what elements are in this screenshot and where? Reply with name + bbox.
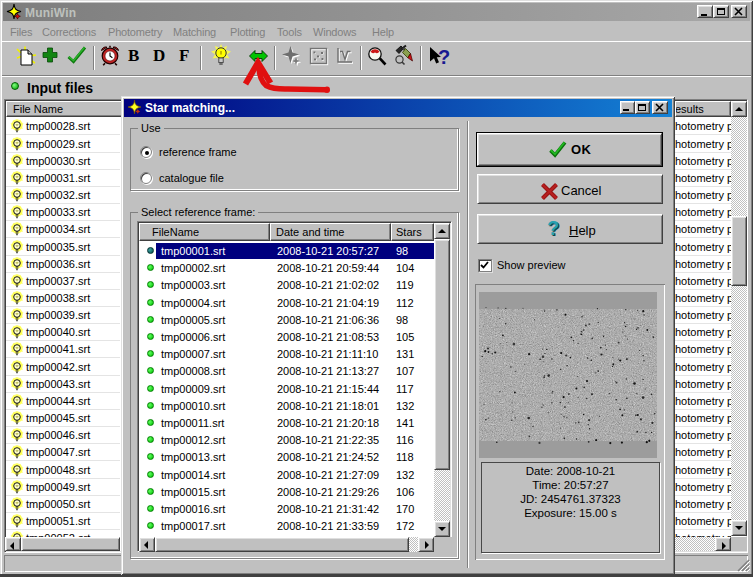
svg-text:?: ? bbox=[438, 46, 450, 68]
